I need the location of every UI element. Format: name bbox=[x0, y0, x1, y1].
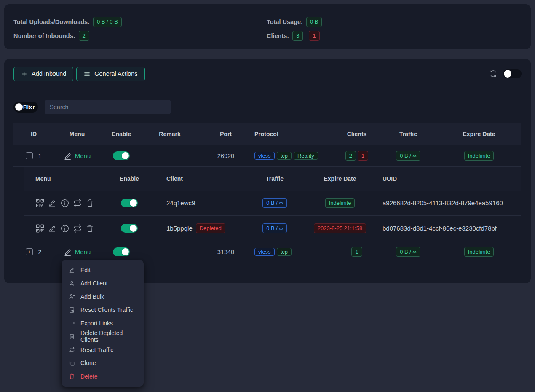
header-port: Port bbox=[197, 131, 254, 137]
header-menu: Menu bbox=[54, 131, 100, 137]
depleted-badge: Depleted bbox=[196, 223, 225, 234]
edit-client-icon[interactable] bbox=[48, 199, 57, 207]
menu-item-label: Add Bulk bbox=[80, 293, 104, 300]
menu-item-delete[interactable]: Delete bbox=[62, 370, 144, 383]
dark-mode-toggle[interactable] bbox=[503, 69, 522, 78]
info-icon[interactable] bbox=[60, 224, 70, 233]
info-icon[interactable] bbox=[60, 199, 70, 208]
menu-item-edit[interactable]: Edit bbox=[62, 263, 144, 277]
client-enable-toggle[interactable] bbox=[121, 224, 138, 233]
header-client: Client bbox=[150, 175, 243, 182]
client-expire-cell: 2023-8-25 21:1:58 bbox=[306, 223, 374, 234]
qr-code-icon[interactable] bbox=[35, 199, 45, 208]
header-traffic: Traffic bbox=[243, 175, 306, 182]
general-actions-label: General Actions bbox=[94, 70, 137, 77]
client-name-cell: 24q1ewc9 bbox=[150, 199, 243, 207]
menu-item-label: Delete Depleted Clients bbox=[80, 330, 136, 343]
row-id: 2 bbox=[38, 249, 41, 255]
add-inbound-label: Add Inbound bbox=[32, 70, 66, 77]
edit-pencil-icon bbox=[64, 247, 72, 256]
clients-depleted-badge: 1 bbox=[358, 151, 368, 161]
expand-row-button[interactable]: + bbox=[26, 248, 33, 255]
search-input[interactable] bbox=[45, 100, 171, 114]
client-uuid: a926682d-8205-4113-832d-879e4ea59160 bbox=[383, 199, 503, 207]
cell-id: + 2 bbox=[13, 248, 54, 255]
menu-item-reset-traffic[interactable]: Reset Traffic bbox=[62, 343, 144, 357]
toolbar-right bbox=[490, 69, 522, 78]
filter-toggle-knob bbox=[15, 103, 23, 111]
header-id: ID bbox=[13, 131, 54, 137]
reset-traffic-icon[interactable] bbox=[73, 199, 82, 208]
cell-expire: Indefinite bbox=[437, 247, 521, 257]
stat-total-usage: Total Usage: 0 B bbox=[267, 17, 322, 27]
clients-table-header: Menu Enable Client Traffic Expire Date U… bbox=[24, 167, 521, 191]
uploads-value-badge: 0 B / 0 B bbox=[93, 17, 122, 27]
row-id: 1 bbox=[38, 153, 41, 159]
row-menu-label: Menu bbox=[75, 248, 91, 255]
toolbar: Add Inbound General Actions bbox=[4, 59, 531, 89]
menu-item-add-bulk[interactable]: Add Bulk bbox=[62, 290, 144, 303]
clients-depleted-badge: 1 bbox=[309, 31, 319, 41]
menu-item-label: Reset Clients Traffic bbox=[80, 306, 133, 313]
add-inbound-button[interactable]: Add Inbound bbox=[13, 67, 73, 81]
cell-port: 26920 bbox=[197, 153, 254, 159]
cell-enable bbox=[100, 151, 142, 160]
refresh-icon[interactable] bbox=[490, 70, 497, 78]
qr-code-icon[interactable] bbox=[35, 224, 45, 233]
inbound-enable-toggle[interactable] bbox=[113, 247, 130, 256]
delete-client-icon[interactable] bbox=[86, 224, 94, 233]
inbound-row-1: − 1 Menu 26920 vless bbox=[13, 145, 521, 167]
general-actions-button[interactable]: General Actions bbox=[76, 67, 144, 81]
header-clients: Clients bbox=[334, 131, 379, 137]
client-uuid-cell: a926682d-8205-4113-832d-879e4ea59160 bbox=[374, 199, 521, 207]
menu-item-add-client[interactable]: Add Client bbox=[62, 277, 144, 290]
cell-traffic: 0 B / ∞ bbox=[379, 247, 437, 257]
clients-active-badge: 3 bbox=[292, 31, 303, 41]
table-section: Filter ID Menu Enable Remark Port Protoc… bbox=[4, 100, 531, 275]
cell-traffic: 0 B / ∞ bbox=[379, 151, 437, 161]
edit-pencil-icon bbox=[69, 267, 75, 273]
clone-icon bbox=[69, 360, 75, 366]
client-enable bbox=[108, 224, 150, 233]
client-enable bbox=[108, 199, 150, 207]
row-menu-button[interactable]: Menu bbox=[64, 151, 91, 160]
expire-badge: Indefinite bbox=[464, 247, 494, 257]
delete-client-icon[interactable] bbox=[86, 199, 94, 207]
row-menu-label: Menu bbox=[75, 152, 91, 159]
header-uuid: UUID bbox=[374, 175, 521, 182]
header-expire-date: Expire Date bbox=[306, 175, 374, 182]
clients-label: Clients: bbox=[267, 32, 289, 39]
client-actions bbox=[24, 224, 108, 233]
menu-item-reset-clients-traffic[interactable]: Reset Clients Traffic bbox=[62, 303, 144, 317]
uploads-label: Total Uploads/Downloads: bbox=[13, 19, 90, 25]
filter-toggle[interactable]: Filter bbox=[13, 102, 38, 113]
repeat-icon bbox=[69, 346, 75, 353]
reset-traffic-icon[interactable] bbox=[73, 224, 82, 233]
client-expire-badge: Indefinite bbox=[325, 198, 355, 208]
clipboard-reset-icon bbox=[69, 307, 75, 313]
menu-item-delete-depleted-clients[interactable]: Delete Depleted Clients bbox=[62, 330, 144, 344]
clients-subtable: Menu Enable Client Traffic Expire Date U… bbox=[24, 167, 521, 241]
menu-item-export-links[interactable]: Export Links bbox=[62, 317, 144, 330]
header-traffic: Traffic bbox=[379, 131, 437, 137]
inbound-enable-toggle[interactable] bbox=[113, 151, 130, 160]
menu-item-label: Clone bbox=[80, 360, 96, 366]
row-menu-button[interactable]: Menu bbox=[64, 247, 91, 256]
filter-label: Filter bbox=[23, 105, 35, 110]
usage-label: Total Usage: bbox=[267, 19, 303, 25]
cell-port: 31340 bbox=[197, 249, 254, 255]
menu-item-clone[interactable]: Clone bbox=[62, 357, 144, 370]
cell-menu: Menu bbox=[54, 151, 100, 160]
client-traffic-cell: 0 B / ∞ bbox=[243, 198, 306, 208]
cell-enable bbox=[100, 247, 142, 256]
header-enable: Enable bbox=[100, 131, 142, 137]
stat-uploads-downloads: Total Uploads/Downloads: 0 B / 0 B bbox=[13, 17, 122, 27]
port-value: 31340 bbox=[217, 249, 234, 255]
header-remark: Remark bbox=[142, 131, 197, 137]
client-enable-toggle[interactable] bbox=[121, 199, 138, 207]
stat-clients: Clients: 3 1 bbox=[267, 31, 322, 41]
toggle-knob bbox=[130, 199, 137, 207]
collapse-row-button[interactable]: − bbox=[26, 152, 33, 159]
cell-clients: 1 bbox=[334, 247, 379, 257]
edit-client-icon[interactable] bbox=[48, 224, 57, 233]
